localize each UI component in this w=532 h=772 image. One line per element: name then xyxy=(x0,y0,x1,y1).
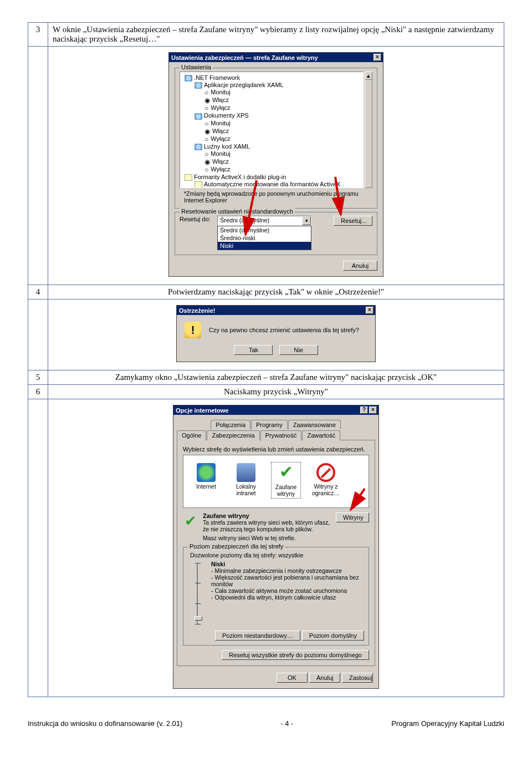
step4-num: 4 xyxy=(28,285,48,299)
radio-wlacz[interactable]: Włącz xyxy=(182,128,361,135)
combo-option-selected[interactable]: Niski xyxy=(218,242,311,250)
close-icon[interactable]: × xyxy=(374,54,381,61)
slider-thumb[interactable] xyxy=(195,616,202,621)
dlg1-title: Ustawienia zabezpieczeń — strefa Zaufane… xyxy=(171,54,318,61)
radio-monituj[interactable]: Monituj xyxy=(182,120,361,128)
dlg3-title: Opcje internetowe xyxy=(176,407,228,414)
warning-icon: ! xyxy=(185,322,201,338)
zone-intranet[interactable]: Lokalny intranet xyxy=(231,463,261,499)
combo-option[interactable]: Średni (domyślne) xyxy=(218,226,311,234)
allowed-levels: Dozwolone poziomy dla tej strefy: wszyst… xyxy=(190,552,364,558)
radio-monituj[interactable]: Monituj xyxy=(182,89,361,96)
step6-num: 6 xyxy=(28,385,48,399)
steps-table: 3 W oknie „Ustawienia zabezpieczeń – str… xyxy=(28,22,504,697)
reset-group-label: Resetowanie ustawień niestandardowych xyxy=(180,208,295,215)
zone-list[interactable]: Internet Lokalny intranet ✔ Zaufane witr… xyxy=(191,463,366,499)
reset-to-label: Resetuj do: xyxy=(180,216,214,222)
tab-polaczenia[interactable]: Połączenia xyxy=(211,420,250,429)
reset-button[interactable]: Resetuj... xyxy=(334,216,372,226)
close-icon[interactable]: × xyxy=(369,407,377,414)
radio-monituj[interactable]: Monituj xyxy=(182,150,361,158)
scrollbar[interactable]: ▴ xyxy=(365,72,372,188)
tab-prywatnosc[interactable]: Prywatność xyxy=(260,430,302,440)
dlg1-titlebar[interactable]: Ustawienia zabezpieczeń — strefa Zaufane… xyxy=(169,53,383,62)
apply-button[interactable]: Zastosuj xyxy=(342,673,373,683)
step3-text: W oknie „Ustawienia zabezpieczeń – stref… xyxy=(48,23,504,47)
dlg3-titlebar[interactable]: Opcje internetowe ? × xyxy=(173,405,378,415)
step5-text: Zamykamy okno „Ustawienia zabezpieczeń –… xyxy=(48,370,504,385)
gear-icon xyxy=(185,75,192,82)
settings-group-label: Ustawienia xyxy=(180,64,213,70)
close-icon[interactable]: × xyxy=(366,307,374,314)
zone-desc2: Masz witryny sieci Web w tej strefie. xyxy=(203,535,331,541)
zone-title: Zaufane witryny xyxy=(203,512,331,519)
warning-dialog: Ostrzeżenie! × ! Czy na pewno chcesz zmi… xyxy=(176,305,376,362)
footer-right: Program Operacyjny Kapitał Ludzki xyxy=(391,719,504,728)
tab-zaawansowane[interactable]: Zaawansowane xyxy=(288,420,341,429)
footer-page: - 4 - xyxy=(280,719,293,728)
security-slider[interactable] xyxy=(197,563,206,624)
chevron-down-icon[interactable]: ▾ xyxy=(302,216,311,225)
radio-wylacz[interactable]: Wyłącz xyxy=(182,104,361,112)
custom-level-button[interactable]: Poziom niestandardowy… xyxy=(215,631,300,641)
ok-button[interactable]: OK xyxy=(277,673,308,683)
zone-hint: Wybierz strefę do wyświetlenia lub zmień… xyxy=(183,446,369,453)
no-button[interactable]: Nie xyxy=(279,345,318,355)
page-icon xyxy=(185,174,192,181)
step6-text: Naciskamy przycisk „Witryny" xyxy=(48,385,504,399)
dlg2-title: Ostrzeżenie! xyxy=(179,307,215,314)
level-group-label: Poziom zabezpieczeń dla tej strefy xyxy=(188,543,285,550)
cancel-button[interactable]: Anuluj xyxy=(343,261,377,271)
radio-wylacz[interactable]: Wyłącz xyxy=(182,135,361,143)
restart-note: *Zmiany będą wprowadzone po ponownym uru… xyxy=(184,190,368,204)
default-level-button[interactable]: Poziom domyślny xyxy=(302,631,364,641)
step3-num: 3 xyxy=(28,23,48,47)
radio-wylacz[interactable]: Wyłącz xyxy=(182,166,361,174)
globe-icon xyxy=(197,463,216,482)
page-footer: Instrukcja do wniosku o dofinansowanie (… xyxy=(0,714,532,739)
level-name: Niski xyxy=(211,561,364,567)
scroll-up-icon[interactable]: ▴ xyxy=(365,72,372,80)
help-icon[interactable]: ? xyxy=(360,407,368,414)
page-icon xyxy=(195,181,202,188)
yes-button[interactable]: Tak xyxy=(234,345,273,355)
sites-button[interactable]: Witryny xyxy=(336,512,369,522)
zone-internet[interactable]: Internet xyxy=(191,463,221,499)
footer-left: Instrukcja do wniosku o dofinansowanie (… xyxy=(28,719,182,728)
zone-desc: Ta strefa zawiera witryny sieci web, któ… xyxy=(203,519,331,532)
monitor-icon xyxy=(237,463,255,482)
tab-zawartosc[interactable]: Zawartość xyxy=(302,430,340,440)
step4-text: Potwierdzamy naciskając przycisk „Tak" w… xyxy=(48,285,504,299)
gear-icon xyxy=(195,113,202,120)
checkmark-icon: ✔ xyxy=(183,512,198,541)
settings-tree[interactable]: .NET Framework Aplikacje przeglądarek XA… xyxy=(180,72,364,188)
internet-options-dialog: Opcje internetowe ? × Połączenia Program… xyxy=(173,405,379,689)
gear-icon xyxy=(195,144,202,150)
reset-all-button[interactable]: Resetuj wszystkie strefy do poziomu domy… xyxy=(222,650,369,660)
radio-wlacz[interactable]: Włącz xyxy=(182,158,361,166)
warning-message: Czy na pewno chcesz zmienić ustawienia d… xyxy=(209,327,359,333)
zone-trusted[interactable]: ✔ Zaufane witryny xyxy=(271,462,301,499)
reset-level-dropdown[interactable]: Średni (domyślne) ▾ xyxy=(217,216,311,226)
zone-restricted[interactable]: Witryny z ogranicz… xyxy=(311,463,341,499)
tab-programy[interactable]: Programy xyxy=(251,420,288,429)
cancel-button[interactable]: Anuluj xyxy=(309,673,340,683)
tab-zabezpieczenia[interactable]: Zabezpieczenia xyxy=(207,430,259,440)
combo-option[interactable]: Średnio-niski xyxy=(218,234,311,242)
reset-level-list[interactable]: Średni (domyślne) Średnio-niski Niski xyxy=(217,226,311,250)
prohibited-icon xyxy=(316,463,335,482)
dlg2-titlebar[interactable]: Ostrzeżenie! × xyxy=(177,306,375,315)
tab-ogolne[interactable]: Ogólne xyxy=(177,430,206,440)
gear-icon xyxy=(195,82,202,89)
step5-num: 5 xyxy=(28,370,48,385)
checkmark-icon: ✔ xyxy=(277,464,295,482)
radio-wlacz[interactable]: Włącz xyxy=(182,96,361,104)
security-settings-dialog: Ustawienia zabezpieczeń — strefa Zaufane… xyxy=(168,52,383,277)
